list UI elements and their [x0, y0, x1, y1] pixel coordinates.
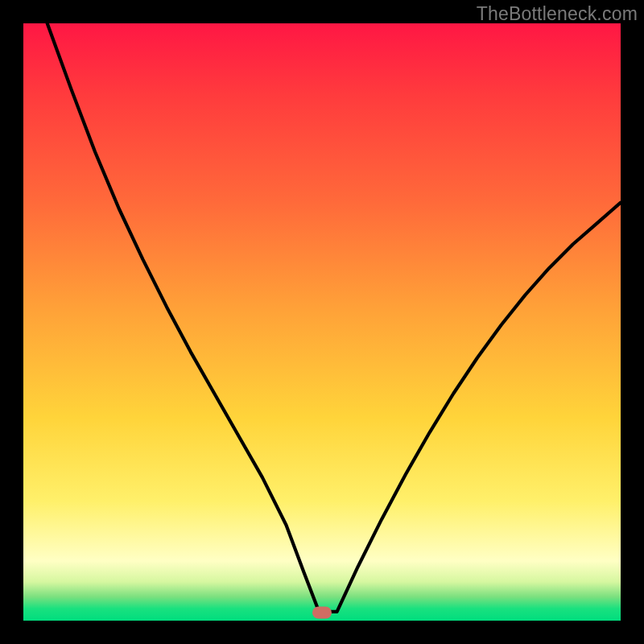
- chart-frame: TheBottleneck.com: [0, 0, 644, 644]
- bottleneck-curve: [23, 23, 621, 621]
- optimal-point-marker: [312, 606, 332, 618]
- gradient-plot-area: [23, 23, 621, 621]
- watermark-text: TheBottleneck.com: [477, 3, 638, 25]
